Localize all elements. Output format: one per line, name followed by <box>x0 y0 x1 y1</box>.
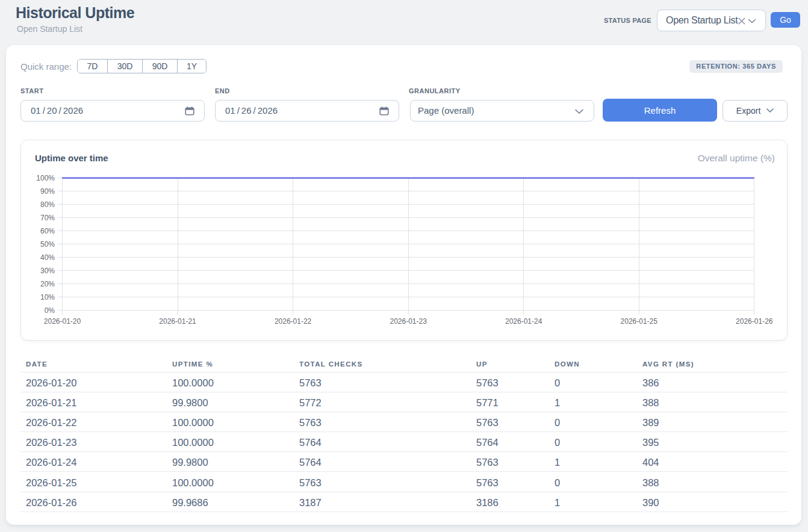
svg-text:60%: 60% <box>40 227 55 235</box>
svg-text:40%: 40% <box>40 253 55 262</box>
svg-text:2026-01-23: 2026-01-23 <box>390 317 427 326</box>
svg-text:2026-01-21: 2026-01-21 <box>159 317 196 326</box>
svg-text:2026-01-25: 2026-01-25 <box>621 317 658 326</box>
svg-text:20%: 20% <box>40 280 55 288</box>
svg-text:50%: 50% <box>40 240 55 249</box>
svg-text:2026-01-24: 2026-01-24 <box>505 317 542 326</box>
svg-text:0%: 0% <box>45 306 55 315</box>
svg-text:2026-01-22: 2026-01-22 <box>275 317 312 326</box>
svg-text:2026-01-20: 2026-01-20 <box>44 317 81 326</box>
svg-text:10%: 10% <box>40 293 55 302</box>
svg-text:90%: 90% <box>40 187 55 196</box>
svg-text:100%: 100% <box>36 174 55 182</box>
svg-text:70%: 70% <box>40 214 55 222</box>
svg-text:2026-01-26: 2026-01-26 <box>736 317 773 326</box>
svg-text:30%: 30% <box>40 267 55 275</box>
svg-text:80%: 80% <box>40 200 55 209</box>
